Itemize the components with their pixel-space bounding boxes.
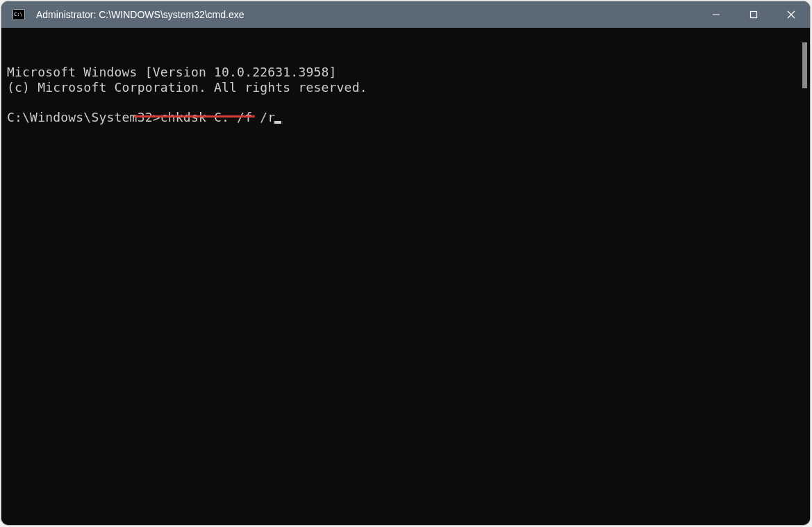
output-line: (c) Microsoft Corporation. All rights re… [7,80,794,95]
terminal-area: Microsoft Windows [Version 10.0.22631.39… [1,28,810,525]
minimize-button[interactable] [697,1,735,28]
annotation-underline [134,115,255,117]
svg-rect-3 [751,12,757,18]
close-button[interactable] [772,1,810,28]
window-controls [697,1,810,28]
svg-text:C:\: C:\ [14,12,23,17]
cmd-icon: C:\ [13,9,25,20]
scrollbar-thumb[interactable] [802,42,807,88]
terminal[interactable]: Microsoft Windows [Version 10.0.22631.39… [1,28,799,525]
scrollbar[interactable] [799,28,810,525]
window-title: Administrator: C:\WINDOWS\system32\cmd.e… [36,9,697,20]
titlebar[interactable]: C:\ Administrator: C:\WINDOWS\system32\c… [1,1,810,28]
cmd-window: C:\ Administrator: C:\WINDOWS\system32\c… [1,1,810,525]
blank-line [7,95,794,110]
prompt-line: C:\Windows\System32>chkdsk C: /f /r [7,110,794,125]
cursor [274,121,281,124]
output-line: Microsoft Windows [Version 10.0.22631.39… [7,65,794,80]
maximize-button[interactable] [735,1,772,28]
